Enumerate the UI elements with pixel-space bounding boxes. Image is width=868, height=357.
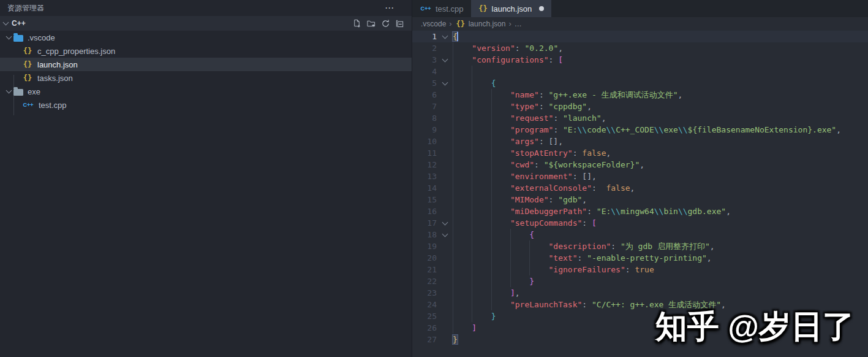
line-number: 20 [412, 252, 437, 264]
code-line[interactable]: ], [453, 287, 868, 299]
line-number: 5 [412, 77, 437, 89]
fold-gutter [437, 66, 453, 77]
code-token: "type" [510, 102, 539, 111]
code-token: : [582, 300, 592, 309]
breadcrumb-label: .vscode [421, 20, 446, 28]
line-number: 3 [412, 54, 437, 66]
code-line[interactable]: "externalConsole": false, [453, 182, 868, 194]
tree-item-test-cpp[interactable]: C++test.cpp [0, 98, 412, 112]
code-token: "program" [510, 125, 553, 134]
fold-chevron-icon[interactable] [437, 54, 453, 66]
line-number: 17 [412, 217, 437, 229]
modified-dot-icon [539, 6, 544, 11]
code-token: "为 gdb 启用整齐打印" [621, 242, 710, 251]
code-line[interactable]: "version": "0.2.0", [453, 42, 868, 54]
code-line[interactable]: "MIMode": "gdb", [453, 194, 868, 205]
code-line[interactable]: "description": "为 gdb 启用整齐打印", [453, 240, 868, 252]
refresh-icon[interactable] [381, 19, 390, 28]
breadcrumb-item[interactable]: … [515, 20, 522, 28]
indent-guide [491, 240, 492, 252]
indent-guide [510, 252, 511, 264]
fold-gutter [437, 101, 453, 112]
code-line[interactable]: { [453, 229, 868, 240]
json-file-icon: {} [22, 60, 33, 69]
code-token: "-enable-pretty-printing" [587, 253, 707, 263]
code-line[interactable] [453, 66, 868, 77]
code-line[interactable]: } [453, 275, 868, 287]
fold-gutter [437, 334, 453, 345]
code-line[interactable]: "environment": [], [453, 171, 868, 182]
code-line[interactable]: "name": "g++.exe - 生成和调试活动文件", [453, 89, 868, 101]
code-line[interactable]: { [453, 31, 868, 42]
code-line[interactable]: "request": "launch", [453, 112, 868, 124]
explorer-title: 资源管理器 [7, 3, 44, 13]
breadcrumb-item[interactable]: .vscode [421, 20, 446, 28]
tree-item--vscode[interactable]: .vscode [0, 31, 412, 44]
more-actions-icon[interactable]: ⋯ [385, 5, 403, 11]
fold-gutter [437, 147, 453, 159]
explorer-sidebar: 资源管理器 ⋯ C++ .vscode{}c_cpp_properties.js… [0, 0, 412, 357]
indent-guide [472, 182, 472, 194]
indent-guide [491, 124, 492, 136]
code-line[interactable]: "setupCommands": [ [453, 217, 868, 229]
code-line[interactable]: "stopAtEntry": false, [453, 147, 868, 159]
fold-chevron-icon[interactable] [437, 77, 453, 89]
indent-guide [472, 124, 472, 136]
indent-guide [529, 240, 530, 252]
tree-item-c-cpp-properties-json[interactable]: {}c_cpp_properties.json [0, 44, 412, 58]
breadcrumb-item[interactable]: {}launch.json [455, 20, 506, 28]
fold-chevron-icon[interactable] [437, 217, 453, 229]
code-token: : [539, 137, 549, 146]
indent-guide [453, 264, 453, 275]
code-line[interactable]: "miDebuggerPath": "E:\\mingw64\\bin\\gdb… [453, 205, 868, 217]
code-line[interactable]: "type": "cppdbg", [453, 101, 868, 112]
indent-guide [453, 136, 453, 147]
workspace-section-header[interactable]: C++ [0, 16, 412, 31]
json-file-icon: {} [478, 4, 488, 13]
code-line[interactable]: "ignoreFailures": true [453, 264, 868, 275]
fold-chevron-icon[interactable] [437, 31, 453, 42]
indent-guide [453, 252, 453, 264]
tab-launch-json[interactable]: {}launch.json [471, 0, 552, 17]
code-token: \\ [654, 125, 664, 134]
indent-guide [472, 136, 472, 147]
indent-guide [529, 264, 530, 275]
fold-gutter [437, 42, 453, 54]
line-number: 7 [412, 101, 437, 112]
indent-guide [453, 112, 453, 124]
code-line[interactable]: "program": "E:\\code\\C++_CODE\\exe\\${f… [453, 124, 868, 136]
tree-item-exe[interactable]: exe [0, 85, 412, 98]
code-token: "miDebuggerPath" [510, 207, 587, 216]
indent-guide [472, 194, 472, 205]
code-token: , [515, 288, 520, 298]
new-file-icon[interactable] [352, 19, 361, 28]
line-number: 1 [412, 31, 437, 42]
new-folder-icon[interactable] [366, 19, 376, 28]
code-token: "E: [597, 207, 611, 216]
code-line[interactable]: "configurations": [ [453, 54, 868, 66]
chevron-down-icon [4, 90, 13, 93]
code-token: gdb.exe" [688, 207, 726, 216]
fold-gutter [437, 310, 453, 322]
line-number: 13 [412, 171, 437, 182]
code-line[interactable]: "args": [], [453, 136, 868, 147]
fold-gutter [437, 159, 453, 171]
line-number: 10 [412, 136, 437, 147]
collapse-folders-icon[interactable] [395, 19, 404, 28]
indent-guide [472, 275, 472, 287]
code-line[interactable]: "text": "-enable-pretty-printing", [453, 252, 868, 264]
indent-guide [510, 229, 511, 240]
indent-guide [472, 240, 472, 252]
code-line[interactable]: { [453, 77, 868, 89]
code-token: mingw64 [621, 207, 654, 216]
tree-item-launch-json[interactable]: {}launch.json [0, 58, 412, 71]
fold-chevron-icon[interactable] [437, 229, 453, 240]
tree-item-tasks-json[interactable]: {}tasks.json [0, 71, 412, 85]
tab-test-cpp[interactable]: C++test.cpp [412, 0, 471, 17]
code-token: ${fileBasenameNoExtension}.exe" [688, 125, 837, 134]
code-line[interactable]: "cwd": "${workspaceFolder}", [453, 159, 868, 171]
indent-guide [491, 194, 492, 205]
cpp-file-icon: C++ [420, 6, 432, 12]
code-editor[interactable]: 1{2 "version": "0.2.0",3 "configurations… [412, 31, 868, 345]
code-line-row: 9 "program": "E:\\code\\C++_CODE\\exe\\$… [412, 124, 868, 136]
